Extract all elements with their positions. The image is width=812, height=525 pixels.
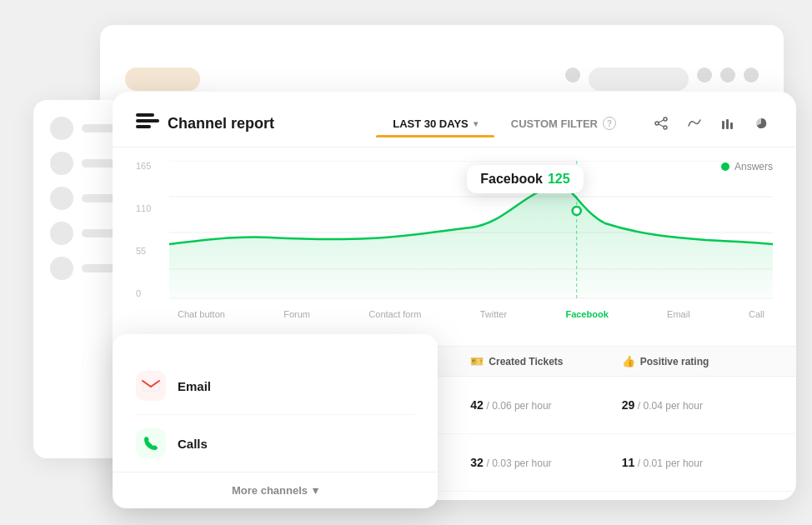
email-tickets-rate: / 0.06 per hour (487, 400, 552, 412)
svg-rect-7 (730, 122, 733, 129)
more-email-badge (136, 371, 166, 401)
chart-svg-wrap: Facebook 125 Chat button Forum Contact f… (136, 161, 773, 328)
chart-tooltip: Facebook 125 (467, 165, 583, 193)
tab-custom-filter[interactable]: CUSTOM FILTER ? (494, 110, 633, 137)
logo-icon (136, 113, 159, 133)
sidebar-avatar (50, 152, 73, 175)
th-rating: 👍 Positive rating (622, 355, 773, 368)
calls-tickets-value: 32 (470, 456, 484, 469)
th-tickets-label: Created Tickets (489, 356, 563, 368)
more-channels-button[interactable]: More channels ▾ (113, 472, 438, 508)
svg-rect-5 (722, 121, 724, 129)
x-label-facebook: Facebook (565, 309, 608, 319)
x-label-forum: Forum (283, 309, 310, 319)
sidebar-avatar (50, 187, 73, 210)
chevron-icon: ▾ (474, 119, 478, 128)
svg-point-2 (664, 126, 667, 129)
th-tickets: 🎫 Created Tickets (470, 355, 621, 368)
x-label-contactform: Contact form (368, 309, 421, 319)
svg-point-0 (664, 118, 667, 121)
app-title: Channel report (168, 115, 274, 132)
more-email-label: Email (178, 379, 228, 393)
more-channels-card: Email Calls More channels ▾ (113, 334, 438, 508)
calls-rating-value: 11 (622, 456, 635, 469)
email-rating-rate: / 0.04 per hour (638, 400, 703, 412)
share-icon[interactable] (649, 112, 673, 135)
help-icon: ? (603, 117, 616, 130)
bg-dot (565, 68, 580, 82)
app-logo: Channel report (136, 113, 274, 133)
trend-icon[interactable] (683, 112, 706, 135)
tooltip-channel: Facebook (480, 172, 543, 187)
calls-rating-rate: / 0.01 per hour (638, 458, 703, 469)
tab-last30[interactable]: LAST 30 DAYS ▾ (376, 110, 494, 137)
tickets-icon: 🎫 (470, 355, 484, 368)
email-rating: 29 / 0.04 per hour (622, 398, 773, 412)
header-icons (649, 112, 773, 135)
x-label-twitter: Twitter (480, 309, 507, 319)
more-calls-badge (136, 428, 166, 458)
bar-chart-icon[interactable] (716, 112, 739, 135)
chart-area: Answers 165 110 55 0 (113, 148, 796, 339)
x-label-call: Call (749, 309, 764, 319)
more-calls-label: Calls (178, 437, 228, 451)
calls-tickets: 32 / 0.03 per hour (470, 456, 621, 469)
svg-point-1 (655, 122, 659, 125)
nav-tabs: LAST 30 DAYS ▾ CUSTOM FILTER ? (376, 110, 633, 137)
card-header: Channel report LAST 30 DAYS ▾ CUSTOM FIL… (113, 92, 796, 137)
calls-tickets-rate: / 0.03 per hour (487, 458, 552, 469)
more-channels-content: Email Calls (113, 334, 438, 472)
sidebar-avatar (50, 117, 73, 140)
chart-area-fill (169, 186, 773, 298)
svg-line-3 (659, 120, 664, 122)
more-channels-label: More channels (232, 484, 308, 497)
more-channels-email-row: Email (136, 358, 414, 415)
bg-pill (125, 68, 200, 91)
email-tickets-value: 42 (470, 398, 484, 412)
bg-dot (720, 68, 735, 82)
chart-datapoint (573, 207, 581, 215)
th-rating-label: Positive rating (640, 356, 709, 368)
rating-icon: 👍 (622, 355, 635, 368)
x-axis-labels: Chat button Forum Contact form Twitter F… (169, 309, 773, 319)
bg-dots (565, 68, 759, 91)
more-channels-calls-row: Calls (136, 415, 414, 472)
tab-custom-label: CUSTOM FILTER (511, 118, 598, 130)
x-label-email: Email (667, 309, 690, 319)
calls-rating: 11 / 0.01 per hour (622, 456, 773, 469)
x-label-chat: Chat button (178, 309, 225, 319)
tab-last30-label: LAST 30 DAYS (393, 118, 469, 130)
bg-dot (697, 68, 712, 82)
bg-dot (744, 68, 759, 82)
sidebar-avatar (50, 222, 73, 245)
more-chevron-icon: ▾ (313, 484, 318, 497)
bg-pill2 (589, 68, 689, 91)
email-tickets: 42 / 0.06 per hour (470, 398, 621, 412)
svg-line-4 (659, 124, 664, 127)
email-rating-value: 29 (622, 398, 635, 412)
sidebar-avatar (50, 257, 73, 280)
tooltip-value: 125 (548, 172, 570, 187)
svg-rect-6 (726, 119, 729, 129)
pie-chart-icon[interactable] (749, 112, 773, 135)
